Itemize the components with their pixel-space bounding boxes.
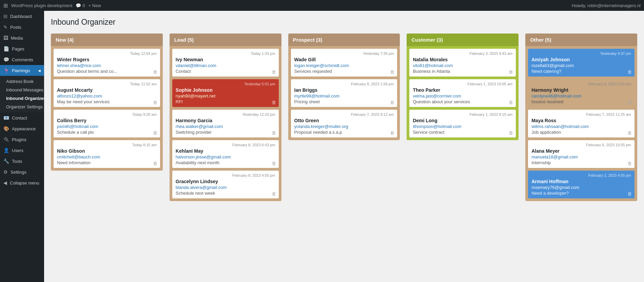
sidebar-item-plugins[interactable]: 🔌 Plugins bbox=[0, 134, 44, 145]
delete-card-button[interactable]: 🗑 bbox=[627, 69, 632, 74]
table-row[interactable]: Today 1:33 pm Ivy Newman vdaniel@tillman… bbox=[172, 49, 279, 77]
sidebar-item-users[interactable]: 👤 Users bbox=[0, 145, 44, 156]
delete-card-button[interactable]: 🗑 bbox=[627, 191, 632, 196]
table-row[interactable]: February 1, 2023 8:15 am Demi Long ithom… bbox=[409, 110, 516, 137]
card-email[interactable]: blanda.alvera@gmail.com bbox=[176, 185, 275, 190]
card-date: February 8, 2023 6:43 pm bbox=[176, 143, 275, 147]
card-name: Niko Gibson bbox=[57, 148, 157, 154]
new-item-button[interactable]: + New bbox=[89, 3, 101, 8]
delete-card-button[interactable]: 🗑 bbox=[627, 130, 632, 135]
table-row[interactable]: February 2, 2023 4:55 pm Armani Hoffman … bbox=[528, 171, 635, 198]
card-email[interactable]: rhea.walker@gmail.com bbox=[176, 124, 275, 129]
table-row[interactable]: February 8, 2023 1:56 pm Ian Briggs myrt… bbox=[291, 79, 397, 107]
card-email[interactable]: myrtle98@hotmail.com bbox=[294, 93, 394, 99]
sidebar-item-inbound-messages[interactable]: Inbound Messages bbox=[0, 86, 44, 94]
delete-card-button[interactable]: 🗑 bbox=[153, 100, 157, 105]
delete-card-button[interactable]: 🗑 bbox=[153, 69, 157, 74]
card-subject: Invoice received bbox=[531, 99, 631, 104]
card-email[interactable]: yolanda.kreiger@muller.org bbox=[294, 124, 394, 129]
card-email[interactable]: halvorson.jesse@gmail.com bbox=[176, 154, 275, 159]
delete-card-button[interactable]: 🗑 bbox=[509, 100, 513, 105]
card-email[interactable]: velma.jast@cormier.com bbox=[413, 93, 512, 99]
card-date: February 1, 2023 10:05 am bbox=[413, 82, 512, 86]
sidebar-item-comments[interactable]: 💬 Comments bbox=[0, 54, 44, 65]
card-subject: Need information bbox=[57, 160, 157, 165]
sidebar-item-inbound-organizer[interactable]: Inbound Organizer bbox=[0, 94, 44, 103]
table-row[interactable]: Yesterday 12:20 pm Harmony Garcia rhea.w… bbox=[172, 110, 279, 137]
card-email[interactable]: manuela18@gmail.com bbox=[531, 154, 631, 159]
delete-card-button[interactable]: 🗑 bbox=[627, 161, 632, 166]
table-row[interactable]: Today 12:54 pm Winter Rogers lehner.shea… bbox=[54, 49, 160, 77]
card-email[interactable]: rozella63@gmail.com bbox=[531, 63, 631, 68]
sidebar-item-dashboard[interactable]: ⊟ Dashboard bbox=[0, 11, 44, 22]
card-email[interactable]: ithompson@hotmail.com bbox=[413, 124, 512, 129]
sidebar-item-tools[interactable]: 🔧 Tools bbox=[0, 156, 44, 167]
card-email[interactable]: vito81@hotmail.com bbox=[413, 63, 512, 68]
card-email[interactable]: rosemary76@gmail.com bbox=[531, 185, 631, 190]
table-row[interactable]: February 1, 2023 10:05 am Theo Parker ve… bbox=[409, 79, 516, 107]
site-name[interactable]: WordPress plugin development bbox=[11, 3, 72, 8]
sidebar-collapse-button[interactable]: ◀ Collapse menu bbox=[0, 177, 44, 188]
sidebar-item-appearance[interactable]: 🎨 Appearance bbox=[0, 123, 44, 134]
pages-icon: 📄 bbox=[3, 46, 9, 51]
table-row[interactable]: Today 9:20 am Collins Berry psmith@hotma… bbox=[54, 110, 160, 137]
table-row[interactable]: February 6, 2023 10:55 pm Alana Meyer ma… bbox=[528, 140, 635, 168]
table-row[interactable]: February 7, 2023 11:25 am Maya Ross will… bbox=[528, 110, 635, 137]
kanban-col-prospect: Prospect (3) Yesterday 7:35 pm Wade Gill… bbox=[288, 34, 400, 140]
table-row[interactable]: February 3, 2023 9:43 am Natalia Morales… bbox=[409, 49, 516, 77]
delete-card-button[interactable]: 🗑 bbox=[509, 69, 513, 74]
comments-count[interactable]: 💬 0 bbox=[76, 3, 85, 8]
delete-card-button[interactable]: 🗑 bbox=[272, 191, 276, 196]
card-email[interactable]: nyah90@mayert.net bbox=[176, 93, 275, 99]
card-subject: Business in Atlanta bbox=[413, 69, 512, 74]
card-email[interactable]: cmitchell@bauch.com bbox=[57, 154, 157, 159]
appearance-icon: 🎨 bbox=[3, 126, 9, 131]
card-date: February 6, 2023 10:55 pm bbox=[531, 143, 631, 147]
table-row[interactable]: February 7, 2023 9:12 am Otto Green yola… bbox=[291, 110, 397, 137]
delete-card-button[interactable]: 🗑 bbox=[153, 130, 157, 135]
delete-card-button[interactable]: 🗑 bbox=[509, 130, 513, 135]
delete-card-button[interactable]: 🗑 bbox=[272, 161, 276, 166]
card-date: February 7, 2023 11:25 am bbox=[531, 112, 631, 116]
card-email[interactable]: lehner.shea@rice.com bbox=[57, 63, 157, 68]
delete-card-button[interactable]: 🗑 bbox=[153, 161, 157, 166]
delete-card-button[interactable]: 🗑 bbox=[390, 100, 394, 105]
card-name: Collins Berry bbox=[57, 118, 157, 123]
sidebar-item-pages[interactable]: 📄 Pages bbox=[0, 43, 44, 54]
howdy-text: Howdy, robin@internetmanagers.nl bbox=[572, 3, 641, 8]
card-email[interactable]: psmith@hotmail.com bbox=[57, 124, 157, 129]
card-email[interactable]: alfonzo12@yahoo.com bbox=[57, 93, 157, 99]
sidebar-item-address-book[interactable]: Address Book bbox=[0, 77, 44, 86]
table-row[interactable]: Yesterday 5:01 pm Sophie Johnson nyah90@… bbox=[172, 79, 279, 107]
sidebar-item-media[interactable]: 🖼 Media bbox=[0, 32, 44, 43]
delete-card-button[interactable]: 🗑 bbox=[272, 130, 276, 135]
card-date: Today 1:33 pm bbox=[176, 51, 275, 56]
table-row[interactable]: February 8, 2023 4:05 pm Gracelynn Linds… bbox=[172, 171, 279, 198]
card-subject: RFI bbox=[176, 99, 275, 104]
col-body-lead: Today 1:33 pm Ivy Newman vdaniel@tillman… bbox=[170, 46, 281, 201]
sidebar-item-organizer-settings[interactable]: Organizer Settings bbox=[0, 103, 44, 111]
card-date: Yesterday 12:20 pm bbox=[176, 112, 275, 116]
delete-card-button[interactable]: 🗑 bbox=[627, 100, 632, 105]
flamingo-icon: 🦩 bbox=[3, 68, 9, 73]
table-row[interactable]: February 8, 2023 6:43 pm Kehlani May hal… bbox=[172, 140, 279, 168]
table-row[interactable]: Today 11:52 am August Mccarty alfonzo12@… bbox=[54, 79, 160, 107]
card-email[interactable]: carolyne46@hotmail.com bbox=[531, 93, 631, 99]
table-row[interactable]: Yesterday 7:35 pm Wade Gill logan.kreige… bbox=[291, 49, 397, 77]
card-email[interactable]: willms.rahsaan@hotmail.com bbox=[531, 124, 631, 129]
delete-card-button[interactable]: 🗑 bbox=[390, 130, 394, 135]
sidebar-item-settings[interactable]: ⚙ Settings bbox=[0, 167, 44, 177]
delete-card-button[interactable]: 🗑 bbox=[390, 69, 394, 74]
card-name: Ian Briggs bbox=[294, 87, 394, 93]
table-row[interactable]: February 8, 2023 2:55 pm Harmony Wright … bbox=[528, 79, 635, 107]
card-name: Otto Green bbox=[294, 118, 394, 123]
card-email[interactable]: logan.kreiger@schmidt.com bbox=[294, 63, 394, 68]
table-row[interactable]: Yesterday 4:37 pm Amiyah Johnson rozella… bbox=[528, 49, 635, 77]
table-row[interactable]: Today 8:15 am Niko Gibson cmitchell@bauc… bbox=[54, 140, 160, 168]
card-email[interactable]: vdaniel@tillman.com bbox=[176, 63, 275, 68]
sidebar-item-flamingo[interactable]: 🦩 Flamingo ◀ bbox=[0, 65, 44, 76]
delete-card-button[interactable]: 🗑 bbox=[272, 100, 276, 105]
delete-card-button[interactable]: 🗑 bbox=[272, 69, 276, 74]
sidebar-item-contact[interactable]: 📧 Contact bbox=[0, 112, 44, 123]
sidebar-item-posts[interactable]: ✎ Posts bbox=[0, 22, 44, 32]
